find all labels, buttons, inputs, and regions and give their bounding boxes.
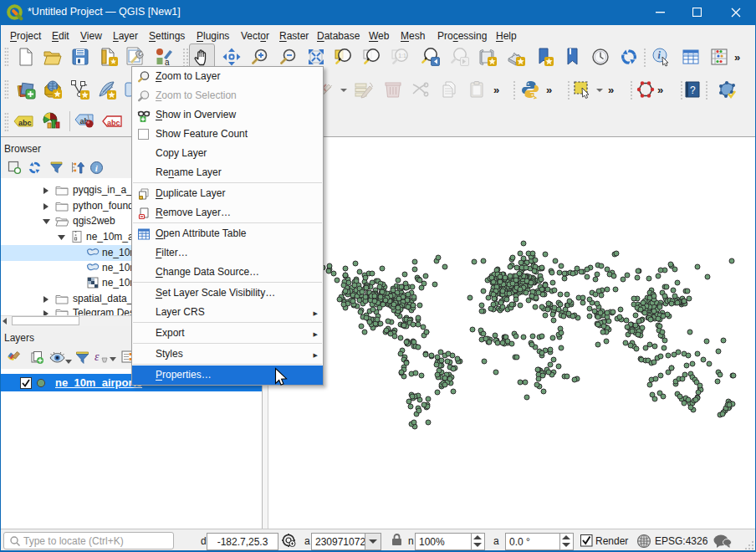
svg-text:?: ?	[690, 84, 696, 96]
svg-text:abc: abc	[18, 119, 32, 127]
svg-text:ε: ε	[94, 350, 100, 363]
svg-text:1:1: 1:1	[398, 53, 406, 59]
svg-text:abc: abc	[107, 119, 120, 127]
